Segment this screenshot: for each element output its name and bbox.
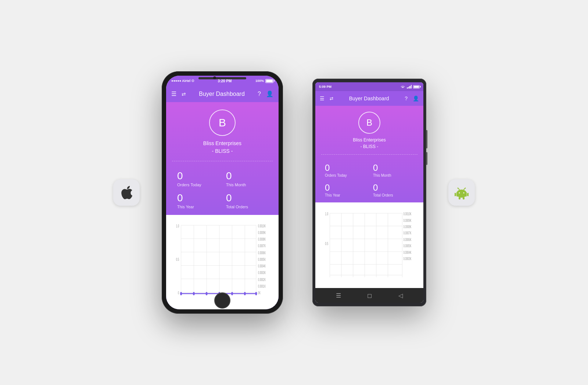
android-back-button[interactable]: ☰ (336, 292, 341, 299)
svg-point-29 (193, 292, 195, 295)
svg-point-28 (180, 292, 182, 295)
ios-stat-value-1: 0 (226, 171, 268, 181)
ios-nav-right-icons: ? 👤 (258, 91, 273, 97)
android-stat-value-1: 0 (373, 163, 414, 172)
android-navbar: ☰ ⇄ Buyer Dashboard ? 👤 (315, 91, 423, 106)
ios-battery-text: 100% (255, 79, 264, 83)
android-stat-orders-today: 0 Orders Today (321, 161, 369, 180)
android-help-icon[interactable]: ? (405, 96, 408, 101)
android-stat-label-3: Total Orders (373, 193, 414, 197)
ios-app-content: B Bliss Enterprises - BLISS - 0 Orders T… (166, 102, 279, 309)
android-signal-icon (407, 85, 412, 89)
svg-rect-67 (467, 193, 469, 196)
svg-text:0.0005K: 0.0005K (404, 244, 412, 248)
android-battery-icon (413, 85, 420, 89)
help-icon[interactable]: ? (258, 91, 261, 97)
ios-stat-label-2: This Year (177, 205, 219, 209)
svg-rect-59 (456, 192, 467, 197)
android-screen: 5:09 PM (315, 82, 423, 303)
ios-company-name: Bliss Enterprises - BLISS - (203, 140, 241, 155)
android-status-icons (400, 85, 420, 89)
android-avatar: B (358, 112, 380, 134)
svg-text:0.0005K: 0.0005K (258, 258, 266, 262)
filter-icon[interactable]: ⇄ (182, 91, 186, 97)
android-time: 5:09 PM (319, 85, 331, 89)
android-stat-this-month: 0 This Month (369, 161, 417, 180)
svg-text:0.0007K: 0.0007K (258, 244, 266, 248)
android-stat-value-0: 0 (325, 163, 366, 172)
android-stat-label-2: This Year (325, 193, 366, 197)
ios-battery-icon (265, 79, 273, 83)
wifi-icon (400, 85, 405, 89)
ios-stats-grid: 0 Orders Today 0 This Month 0 This Year … (166, 165, 279, 215)
android-chart-section: 1.0 0.5 0.0010K 0.0009K 0.0008K 0.0007K … (315, 202, 423, 288)
ios-stat-this-year: 0 This Year (173, 190, 222, 212)
svg-point-32 (231, 292, 233, 295)
ios-stat-this-month: 0 This Month (222, 168, 271, 190)
android-robot-icon (455, 186, 469, 199)
android-platform-badge (448, 179, 475, 206)
svg-text:0.0001K: 0.0001K (258, 284, 266, 288)
svg-text:0.0003K: 0.0003K (404, 256, 412, 261)
android-app-content: B Bliss Enterprises - BLISS - 0 Orders T… (315, 106, 423, 288)
ios-navbar: ☰ ⇄ Buyer Dashboard ? 👤 (166, 86, 279, 102)
android-stat-label-0: Orders Today (325, 173, 366, 177)
android-nav-right: ? 👤 (405, 96, 419, 101)
svg-point-64 (458, 188, 459, 189)
svg-text:0: 0 (178, 291, 179, 295)
android-filter-icon[interactable]: ⇄ (330, 96, 333, 101)
android-recent-button[interactable]: ◁ (398, 292, 403, 299)
android-stat-label-1: This Month (373, 173, 414, 177)
svg-rect-66 (455, 193, 456, 196)
android-stat-total-orders: 0 Total Orders (369, 180, 417, 200)
svg-text:0.5: 0.5 (325, 242, 329, 246)
svg-text:0.0006K: 0.0006K (258, 251, 266, 255)
iphone-screen: ●●●●● Airtel ⦾ 3:20 PM 100% ☰ ⇄ Buyer Da… (166, 76, 279, 309)
svg-point-33 (244, 292, 246, 295)
ios-divider (172, 161, 273, 161)
ios-time: 3:20 PM (218, 79, 232, 83)
svg-point-65 (465, 188, 466, 189)
android-side-button (426, 130, 427, 148)
svg-text:0.0004K: 0.0004K (404, 250, 412, 255)
android-avatar-letter: B (366, 118, 372, 128)
ios-status-bar: ●●●●● Airtel ⦾ 3:20 PM 100% (166, 76, 279, 86)
svg-point-61 (463, 192, 465, 194)
svg-text:0.0006K: 0.0006K (404, 237, 412, 242)
svg-text:0.0007K: 0.0007K (404, 231, 412, 235)
android-user-icon[interactable]: 👤 (413, 96, 419, 101)
svg-point-34 (255, 292, 257, 295)
ios-stat-value-3: 0 (226, 193, 268, 203)
svg-text:0.0008K: 0.0008K (258, 238, 266, 242)
ios-stat-label-1: This Month (226, 183, 268, 187)
android-divider (321, 154, 417, 155)
android-side-button2 (426, 152, 427, 165)
android-stat-value-3: 0 (373, 183, 414, 192)
svg-text:0.0002K: 0.0002K (258, 278, 266, 282)
svg-text:0.0004K: 0.0004K (258, 264, 266, 268)
android-menu-icon[interactable]: ☰ (320, 96, 325, 101)
user-icon[interactable]: 👤 (266, 91, 273, 97)
ios-nav-left-icons: ☰ ⇄ (171, 91, 186, 97)
svg-text:0.0009K: 0.0009K (258, 231, 266, 235)
menu-icon[interactable]: ☰ (171, 91, 176, 97)
android-stats-grid: 0 Orders Today 0 This Month 0 This Year … (315, 158, 423, 202)
svg-rect-69 (463, 197, 465, 199)
ios-stat-value-0: 0 (177, 171, 219, 181)
android-status-bar: 5:09 PM (315, 82, 423, 91)
svg-text:0.5: 0.5 (176, 257, 179, 262)
iphone-home-button[interactable] (214, 292, 230, 309)
svg-point-30 (206, 292, 208, 295)
ios-stat-total-orders: 0 Total Orders (222, 190, 271, 212)
svg-text:1.0: 1.0 (325, 212, 329, 216)
ios-carrier: ●●●●● Airtel ⦾ (171, 79, 194, 83)
android-home-button[interactable]: ◻ (367, 292, 372, 299)
svg-text:0.0003K: 0.0003K (258, 271, 266, 275)
ios-stat-label-3: Total Orders (226, 205, 268, 209)
apple-platform-badge (113, 179, 140, 206)
ios-stat-label-0: Orders Today (177, 183, 219, 187)
ios-stat-orders-today: 0 Orders Today (173, 168, 222, 190)
android-stat-value-2: 0 (325, 183, 366, 192)
ios-avatar-letter: B (219, 116, 226, 129)
android-frame: 5:09 PM (312, 79, 426, 306)
